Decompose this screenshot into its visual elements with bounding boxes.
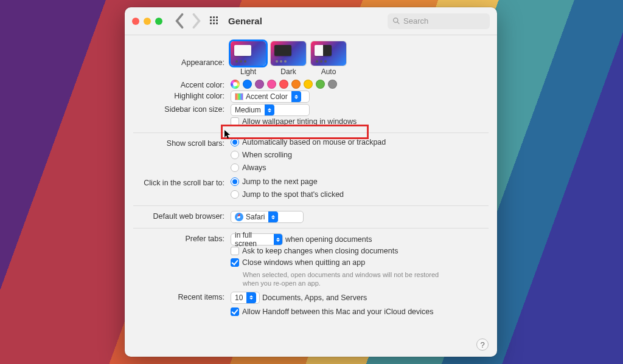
svg-rect-6 bbox=[210, 22, 212, 24]
accent-color-row bbox=[231, 80, 489, 89]
svg-rect-7 bbox=[213, 22, 215, 24]
accent-purple[interactable] bbox=[255, 80, 264, 89]
window-title: General bbox=[228, 16, 262, 26]
scroll-click-spot-row[interactable]: Jump to the spot that's clicked bbox=[231, 190, 344, 199]
minimize-window-button[interactable] bbox=[144, 18, 151, 25]
recent-items-value: 10 bbox=[235, 294, 246, 302]
default-browser-label: Default web browser: bbox=[133, 211, 231, 221]
prefer-tabs-label: Prefer tabs: bbox=[133, 233, 231, 243]
svg-rect-1 bbox=[213, 16, 215, 18]
scroll-always-radio-row[interactable]: Always bbox=[231, 163, 266, 172]
scroll-click-page-row[interactable]: Jump to the next page bbox=[231, 177, 318, 186]
default-browser-dropdown[interactable]: Safari bbox=[231, 211, 304, 223]
svg-rect-5 bbox=[216, 19, 218, 21]
accent-yellow[interactable] bbox=[304, 80, 313, 89]
scroll-click-page-radio[interactable] bbox=[231, 177, 239, 186]
scroll-when-radio[interactable] bbox=[231, 151, 239, 159]
search-placeholder: Search bbox=[403, 16, 428, 26]
scroll-when-label: When scrolling bbox=[242, 151, 292, 159]
scroll-click-spot-label: Jump to the spot that's clicked bbox=[242, 190, 344, 199]
ask-keep-row[interactable]: Ask to keep changes when closing documen… bbox=[231, 247, 398, 255]
sidebar-size-value: Medium bbox=[235, 106, 265, 114]
close-windows-hint: When selected, open documents and window… bbox=[243, 271, 450, 288]
back-button[interactable] bbox=[175, 16, 186, 27]
accent-multicolor[interactable] bbox=[231, 80, 240, 89]
scroll-click-spot-radio[interactable] bbox=[231, 190, 239, 199]
search-icon bbox=[392, 17, 400, 25]
nav-buttons bbox=[175, 16, 201, 27]
wallpaper-tinting-label: Allow wallpaper tinting in windows bbox=[242, 117, 357, 126]
ask-keep-checkbox[interactable] bbox=[231, 247, 239, 255]
close-windows-checkbox[interactable] bbox=[231, 258, 239, 267]
close-windows-row[interactable]: Close windows when quitting an app bbox=[231, 258, 365, 267]
separator bbox=[133, 205, 489, 206]
traffic-lights bbox=[132, 18, 162, 25]
appearance-option-auto[interactable]: Auto bbox=[311, 41, 346, 76]
accent-orange[interactable] bbox=[291, 80, 301, 89]
accent-blue[interactable] bbox=[243, 80, 252, 89]
appearance-label: Appearance: bbox=[133, 41, 231, 67]
handoff-row[interactable]: Allow Handoff between this Mac and your … bbox=[231, 307, 434, 316]
appearance-caption-auto: Auto bbox=[321, 67, 336, 76]
svg-rect-8 bbox=[216, 22, 218, 24]
svg-rect-0 bbox=[210, 16, 212, 18]
svg-rect-3 bbox=[210, 19, 212, 21]
safari-icon bbox=[235, 213, 243, 221]
accent-color-label: Accent color: bbox=[133, 80, 231, 89]
handoff-checkbox[interactable] bbox=[231, 307, 239, 316]
close-window-button[interactable] bbox=[132, 18, 139, 25]
appearance-caption-light: Light bbox=[240, 67, 256, 76]
highlight-color-dropdown[interactable]: Accent Color bbox=[231, 91, 310, 103]
appearance-option-dark[interactable]: Dark bbox=[271, 41, 306, 76]
appearance-thumb-dark bbox=[271, 41, 306, 66]
wallpaper-tinting-checkbox-row[interactable]: Allow wallpaper tinting in windows bbox=[231, 117, 357, 126]
scroll-always-label: Always bbox=[242, 163, 266, 172]
scroll-click-label: Click in the scroll bar to: bbox=[133, 177, 231, 187]
sidebar-size-dropdown[interactable]: Medium bbox=[231, 104, 310, 116]
separator bbox=[133, 132, 489, 133]
appearance-option-light[interactable]: Light bbox=[231, 41, 266, 76]
ask-keep-label: Ask to keep changes when closing documen… bbox=[242, 247, 398, 255]
scroll-auto-label: Automatically based on mouse or trackpad bbox=[242, 138, 386, 146]
close-windows-label: Close windows when quitting an app bbox=[242, 258, 365, 267]
highlight-color-value: Accent Color bbox=[246, 92, 291, 101]
wallpaper-tinting-checkbox[interactable] bbox=[231, 117, 239, 126]
accent-pink[interactable] bbox=[267, 80, 276, 89]
scroll-click-page-label: Jump to the next page bbox=[242, 177, 318, 186]
scroll-when-radio-row[interactable]: When scrolling bbox=[231, 151, 292, 159]
accent-green[interactable] bbox=[316, 80, 325, 89]
svg-point-9 bbox=[394, 18, 398, 22]
handoff-label: Allow Handoff between this Mac and your … bbox=[242, 307, 434, 316]
dropdown-arrows-icon bbox=[274, 234, 282, 245]
mouse-cursor-icon bbox=[224, 130, 232, 140]
svg-line-10 bbox=[397, 22, 399, 24]
appearance-caption-dark: Dark bbox=[280, 67, 296, 76]
scroll-bars-label: Show scroll bars: bbox=[133, 138, 231, 148]
window-toolbar: General Search bbox=[125, 7, 497, 35]
forward-button[interactable] bbox=[190, 16, 201, 27]
appearance-thumb-light bbox=[231, 41, 266, 66]
zoom-window-button[interactable] bbox=[155, 18, 162, 25]
recent-items-dropdown[interactable]: 10 bbox=[231, 292, 260, 304]
dropdown-arrows-icon bbox=[265, 105, 274, 115]
prefer-tabs-value: in full screen bbox=[235, 231, 274, 248]
highlight-swatch-icon bbox=[235, 93, 243, 100]
scroll-auto-radio-row[interactable]: Automatically based on mouse or trackpad bbox=[231, 138, 386, 146]
search-field[interactable]: Search bbox=[388, 13, 490, 29]
appearance-thumb-auto bbox=[311, 41, 346, 66]
dropdown-arrows-icon bbox=[268, 211, 278, 222]
separator bbox=[133, 228, 489, 228]
show-all-icon[interactable] bbox=[210, 16, 220, 26]
default-browser-value: Safari bbox=[246, 213, 268, 221]
scroll-always-radio[interactable] bbox=[231, 163, 239, 172]
prefer-tabs-dropdown[interactable]: in full screen bbox=[231, 233, 283, 246]
accent-graphite[interactable] bbox=[328, 80, 337, 89]
accent-red[interactable] bbox=[279, 80, 288, 89]
svg-rect-2 bbox=[216, 16, 218, 18]
scroll-auto-radio[interactable] bbox=[231, 138, 239, 146]
preferences-content: Appearance: Light Dark Auto bbox=[125, 35, 497, 357]
svg-rect-4 bbox=[213, 19, 215, 21]
help-button[interactable]: ? bbox=[476, 338, 489, 351]
system-preferences-general-window: General Search Appearance: Light Dark bbox=[125, 7, 497, 357]
dropdown-arrows-icon bbox=[246, 292, 256, 303]
